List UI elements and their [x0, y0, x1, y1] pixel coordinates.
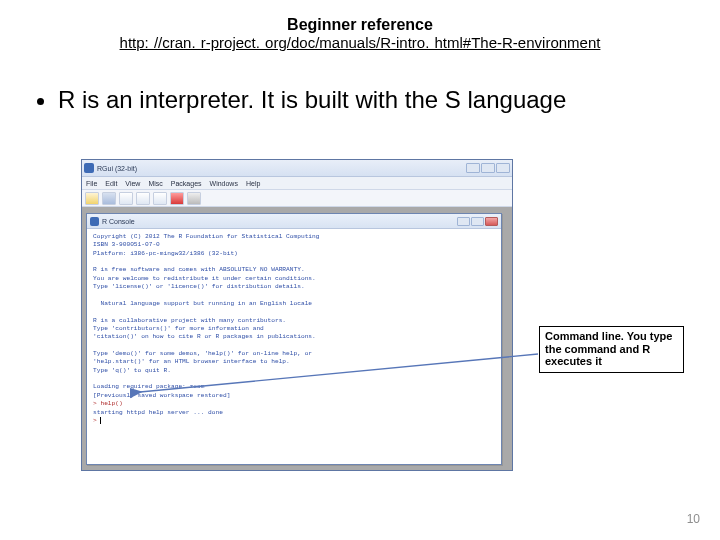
console-startup-text: Copyright (C) 2012 The R Foundation for …: [93, 233, 320, 399]
callout-box: Command line. You type the command and R…: [539, 326, 684, 373]
r-console-window: R Console Copyright (C) 2012 The R Found…: [86, 213, 502, 465]
rgui-screenshot: RGui (32-bit) File Edit View Misc Packag…: [81, 159, 513, 471]
menu-file[interactable]: File: [86, 180, 97, 187]
menu-help[interactable]: Help: [246, 180, 260, 187]
save-icon[interactable]: [102, 192, 116, 205]
rgui-titlebar: RGui (32-bit): [82, 160, 512, 177]
minimize-button[interactable]: [466, 163, 480, 173]
console-body[interactable]: Copyright (C) 2012 The R Foundation for …: [87, 229, 501, 429]
menu-view[interactable]: View: [125, 180, 140, 187]
toolbar: [82, 190, 512, 207]
maximize-button[interactable]: [481, 163, 495, 173]
window-controls: [466, 163, 510, 173]
menu-packages[interactable]: Packages: [171, 180, 202, 187]
console-prompt-output: starting httpd help server ... done: [93, 409, 223, 416]
print-icon[interactable]: [187, 192, 201, 205]
menu-edit[interactable]: Edit: [105, 180, 117, 187]
console-close-button[interactable]: [485, 217, 498, 226]
menu-misc[interactable]: Misc: [148, 180, 162, 187]
slide-title: Beginner reference: [0, 16, 720, 34]
open-icon[interactable]: [85, 192, 99, 205]
console-prompt-cmd: > help(): [93, 400, 123, 407]
cursor: [100, 417, 105, 424]
copypaste-icon[interactable]: [153, 192, 167, 205]
paste-icon[interactable]: [136, 192, 150, 205]
console-titlebar: R Console: [87, 214, 501, 229]
console-minimize-button[interactable]: [457, 217, 470, 226]
console-title-text: R Console: [102, 218, 135, 225]
menu-windows[interactable]: Windows: [210, 180, 238, 187]
rgui-title-text: RGui (32-bit): [97, 165, 137, 172]
close-button[interactable]: [496, 163, 510, 173]
stop-icon[interactable]: [170, 192, 184, 205]
console-maximize-button[interactable]: [471, 217, 484, 226]
r-logo-icon: [84, 163, 94, 173]
menubar: File Edit View Misc Packages Windows Hel…: [82, 177, 512, 190]
copy-icon[interactable]: [119, 192, 133, 205]
reference-link[interactable]: http: //cran. r-project. org/doc/manuals…: [120, 34, 601, 51]
console-window-controls: [457, 217, 498, 226]
bullet-item: R is an interpreter. It is built with th…: [58, 86, 680, 114]
page-number: 10: [687, 512, 700, 526]
r-logo-icon: [90, 217, 99, 226]
